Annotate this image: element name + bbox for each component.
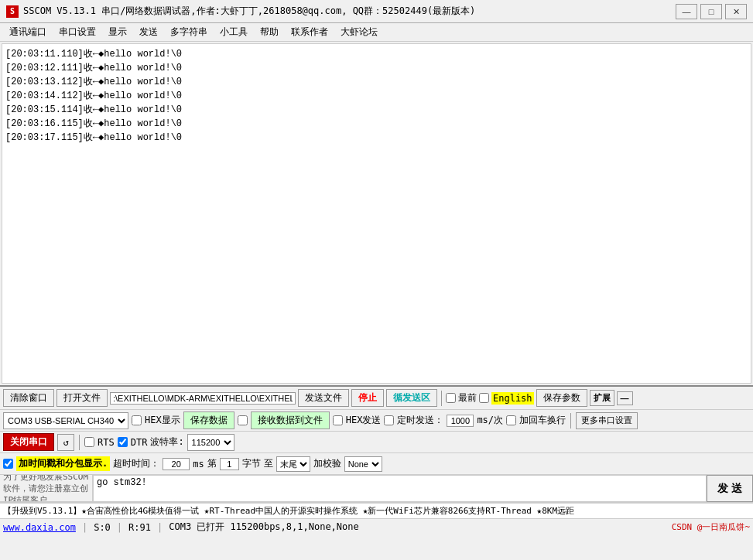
baud-select[interactable]: 115200 xyxy=(187,434,234,451)
menu-item-串口设置[interactable]: 串口设置 xyxy=(53,24,102,40)
app-icon: S xyxy=(6,5,19,18)
rts-label: RTS xyxy=(98,437,115,448)
dtr-label: DTR xyxy=(131,437,148,448)
recv-file-checkbox[interactable] xyxy=(238,415,248,425)
dtr-checkbox[interactable] xyxy=(118,437,128,447)
log-line: [20:03:16.115]收←◆hello world!\0 xyxy=(5,117,748,131)
send-button[interactable]: 发 送 xyxy=(707,475,753,502)
toolbar-area: 清除窗口 打开文件 发送文件 停止 循发送区 最前 English 保存参数 扩… xyxy=(0,385,753,518)
rts-dtr-area: RTS DTR xyxy=(84,437,147,448)
end-select[interactable]: 末尾 xyxy=(276,456,310,472)
sep3: | xyxy=(157,522,163,533)
menu-item-多字符串[interactable]: 多字符串 xyxy=(164,24,214,40)
packet-label: 第 xyxy=(207,457,217,470)
last-checkbox[interactable] xyxy=(446,393,456,403)
save-params-button[interactable]: 保存参数 xyxy=(536,389,587,407)
english-checkbox[interactable] xyxy=(479,393,489,403)
timed-interval-input[interactable] xyxy=(447,415,474,427)
info-text: 为了更好地发展SSCOM软件，请您注册嘉立创IP结尾客户 xyxy=(3,475,89,502)
last-label: 最前 xyxy=(458,391,477,405)
toolbar-row2: COM3 USB-SERIAL CH340 HEX显示 保存数据 接收数据到文件… xyxy=(0,410,753,432)
clear-window-button[interactable]: 清除窗口 xyxy=(3,389,54,407)
menu-item-大虾论坛[interactable]: 大虾论坛 xyxy=(334,24,384,40)
log-line: [20:03:14.112]收←◆hello world!\0 xyxy=(5,89,748,103)
menu-bar: 通讯端口串口设置显示发送多字符串小工具帮助联系作者大虾论坛 xyxy=(0,23,753,42)
status-bar: www.daxia.com | S:0 | R:91 | COM3 已打开 11… xyxy=(0,518,753,535)
separator3 xyxy=(79,435,80,450)
timeout-label: 超时时间： xyxy=(113,457,159,470)
recv-to-file-button[interactable]: 接收数据到文件 xyxy=(251,411,330,429)
hex-display-checkbox[interactable] xyxy=(132,415,142,425)
refresh-button[interactable]: ↺ xyxy=(57,434,74,451)
timed-send-label: 定时发送： xyxy=(397,414,443,427)
sep2: | xyxy=(117,522,122,533)
r-value: R:91 xyxy=(128,522,151,533)
toolbar-row1: 清除窗口 打开文件 发送文件 停止 循发送区 最前 English 保存参数 扩… xyxy=(0,387,753,410)
newline-label: 加回车换行 xyxy=(519,414,566,427)
expand-button[interactable]: 扩展 xyxy=(590,390,614,406)
open-file-button[interactable]: 打开文件 xyxy=(56,389,108,407)
hex-send-checkbox[interactable] xyxy=(333,415,343,425)
ad-text: 【升级到V5.13.1】★合宙高性价比4G模块值得一试 ★RT-Thread中国… xyxy=(3,506,574,516)
com-status: COM3 已打开 115200bps,8,1,None,None xyxy=(169,521,359,534)
menu-item-通讯端口[interactable]: 通讯端口 xyxy=(3,24,53,40)
timed-send-checkbox[interactable] xyxy=(384,415,394,425)
auto-send-button[interactable]: 循发送区 xyxy=(386,389,437,407)
separator2 xyxy=(570,413,571,429)
newline-checkbox[interactable] xyxy=(506,415,516,425)
log-line: [20:03:17.115]收←◆hello world!\0 xyxy=(5,131,748,145)
checksum-select[interactable]: None xyxy=(344,456,382,472)
save-data-button[interactable]: 保存数据 xyxy=(183,411,234,429)
rts-checkbox[interactable] xyxy=(84,437,94,447)
csdn-logo: CSDN @一日南瓜饼~ xyxy=(672,521,750,533)
com-port-select[interactable]: COM3 USB-SERIAL CH340 xyxy=(3,412,128,429)
timestamp-label: 加时间戳和分包显示. xyxy=(16,456,110,471)
log-area[interactable]: [20:03:11.110]收←◆hello world!\0[20:03:12… xyxy=(2,43,751,384)
send-area: 为了更好地发展SSCOM软件，请您注册嘉立创IP结尾客户 go stm32! 发… xyxy=(0,475,753,503)
menu-item-联系作者[interactable]: 联系作者 xyxy=(285,24,334,40)
file-path-input[interactable] xyxy=(110,392,296,405)
window-controls: — □ ✕ xyxy=(676,4,747,19)
toolbar-row3: 加时间戳和分包显示. 超时时间： ms 第 字节 至 末尾 加校验 None xyxy=(0,453,753,475)
collapse-button[interactable]: — xyxy=(617,391,633,405)
log-line: [20:03:12.111]收←◆hello world!\0 xyxy=(5,61,748,75)
byte-label: 字节 xyxy=(242,457,261,470)
menu-item-发送[interactable]: 发送 xyxy=(133,24,164,40)
packet-num-input[interactable] xyxy=(220,458,239,470)
sep1: | xyxy=(82,522,87,533)
hex-display-label: HEX显示 xyxy=(145,414,180,427)
log-line: [20:03:11.110]收←◆hello world!\0 xyxy=(5,47,748,61)
send-file-button[interactable]: 发送文件 xyxy=(298,389,349,407)
title-bar: S SSCOM V5.13.1 串口/网络数据调试器,作者:大虾丁丁,26180… xyxy=(0,0,753,23)
baud-label: 波特率: xyxy=(150,435,183,449)
timed-unit-label: ms/次 xyxy=(477,414,503,427)
to-label: 至 xyxy=(264,457,273,470)
log-line: [20:03:15.114]收←◆hello world!\0 xyxy=(5,103,748,117)
separator1 xyxy=(441,391,442,406)
timestamp-checkbox[interactable] xyxy=(3,459,13,469)
close-port-label: 关闭串口 xyxy=(10,436,47,447)
minimize-button[interactable]: — xyxy=(676,4,697,19)
timeout-unit-label: ms xyxy=(193,459,204,470)
checksum-label: 加校验 xyxy=(313,457,341,470)
maximize-button[interactable]: □ xyxy=(700,4,722,19)
s-value: S:0 xyxy=(94,522,111,533)
hex-send-label: HEX发送 xyxy=(346,414,382,427)
close-button[interactable]: ✕ xyxy=(725,4,747,19)
send-input[interactable]: go stm32! xyxy=(93,475,707,502)
log-line: [20:03:13.112]收←◆hello world!\0 xyxy=(5,75,748,89)
ad-row: 【升级到V5.13.1】★合宙高性价比4G模块值得一试 ★RT-Thread中国… xyxy=(0,503,753,518)
menu-item-显示[interactable]: 显示 xyxy=(102,24,133,40)
window-title: SSCOM V5.13.1 串口/网络数据调试器,作者:大虾丁丁,2618058… xyxy=(23,5,676,18)
menu-item-小工具[interactable]: 小工具 xyxy=(214,24,254,40)
more-settings-button[interactable]: 更多串口设置 xyxy=(576,412,638,429)
english-label: English xyxy=(491,392,534,405)
menu-item-帮助[interactable]: 帮助 xyxy=(254,24,285,40)
website-link[interactable]: www.daxia.com xyxy=(3,522,76,533)
timeout-input[interactable] xyxy=(163,458,190,470)
close-port-button[interactable]: 关闭串口 xyxy=(3,433,54,451)
stop-button[interactable]: 停止 xyxy=(351,389,384,407)
